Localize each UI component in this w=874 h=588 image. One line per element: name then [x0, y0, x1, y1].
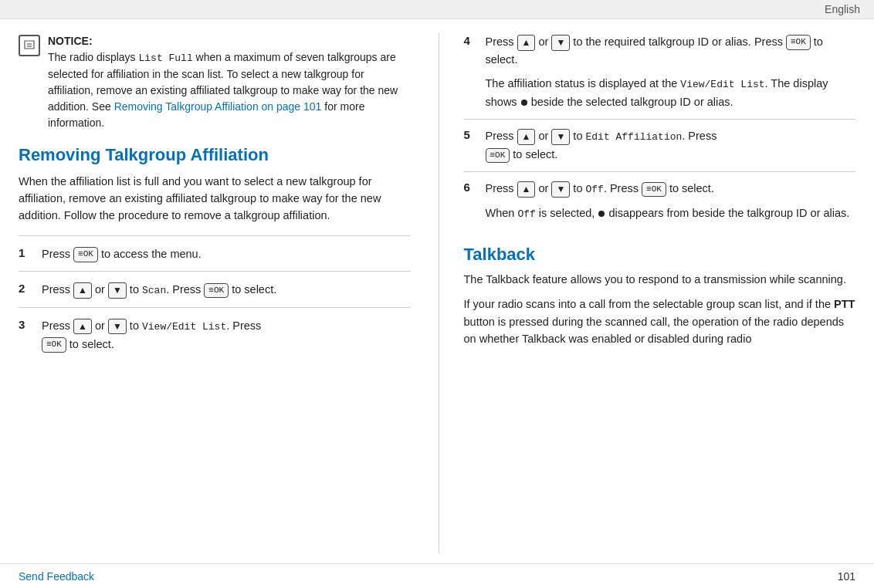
step-6-content: Press ▲ or ▼ to Off. Press ≡OK to select…: [486, 180, 856, 223]
bullet-dot-6: [598, 211, 605, 217]
ok-btn-1: ≡OK: [73, 247, 98, 262]
ok-btn-3: ≡OK: [42, 337, 66, 352]
step-2-content: Press ▲ or ▼ to Scan. Press ≡OK to selec…: [42, 281, 411, 299]
language-label: English: [825, 3, 860, 15]
right-step-5: 5 Press ▲ or ▼ to Edit Affiliation. Pres…: [464, 119, 856, 171]
bullet-dot-4: [521, 100, 527, 106]
right-step-4: 4 Press ▲ or ▼ to the required talkgroup…: [464, 33, 856, 119]
up-btn-6: ▲: [517, 181, 536, 198]
step-num-2: 2: [19, 282, 32, 295]
left-step-1: 1 Press ≡OK to access the menu.: [19, 235, 411, 271]
down-btn-2: ▼: [108, 282, 127, 299]
step-5-content: Press ▲ or ▼ to Edit Affiliation. Press≡…: [486, 127, 856, 164]
left-step-3: 3 Press ▲ or ▼ to View/Edit List. Press≡…: [19, 307, 411, 361]
bottom-bar: Send Feedback 101: [0, 563, 874, 588]
ok-btn-2: ≡OK: [204, 283, 229, 298]
step-num-3: 3: [19, 318, 32, 331]
notice-label: NOTICE:: [48, 35, 93, 47]
down-btn-4: ▼: [551, 35, 570, 51]
step-num-5: 5: [464, 128, 478, 141]
right-step-6: 6 Press ▲ or ▼ to Off. Press ≡OK to sele…: [464, 171, 856, 231]
talkback-body-1: The Talkback feature allows you to respo…: [464, 271, 856, 288]
right-column: 4 Press ▲ or ▼ to the required talkgroup…: [439, 33, 856, 553]
notice-body: The radio displays List Full when a maxi…: [48, 51, 398, 129]
notice-icon: [19, 35, 40, 56]
left-step-2: 2 Press ▲ or ▼ to Scan. Press ≡OK to sel…: [19, 271, 411, 307]
down-btn-5: ▼: [551, 129, 570, 145]
talkback-title: Talkback: [464, 245, 856, 265]
removing-talkgroup-title: Removing Talkgroup Affiliation: [19, 145, 411, 165]
up-btn-2: ▲: [73, 282, 92, 299]
step-1-content: Press ≡OK to access the menu.: [42, 245, 411, 263]
content-area: NOTICE: The radio displays List Full whe…: [0, 19, 874, 561]
up-btn-5: ▲: [517, 129, 536, 145]
ok-btn-5: ≡OK: [486, 148, 510, 163]
step-3-content: Press ▲ or ▼ to View/Edit List. Press≡OK…: [42, 317, 411, 353]
notice-link[interactable]: Removing Talkgroup Affiliation on page 1…: [114, 100, 322, 113]
top-bar: English: [0, 0, 874, 19]
down-btn-3: ▼: [108, 319, 127, 335]
down-btn-6: ▼: [551, 181, 570, 198]
step-4-content: Press ▲ or ▼ to the required talkgroup I…: [486, 33, 856, 111]
up-btn-4: ▲: [517, 35, 536, 51]
removing-talkgroup-body: When the affiliation list is full and yo…: [19, 173, 411, 225]
ok-btn-4: ≡OK: [786, 35, 811, 49]
ok-btn-6: ≡OK: [642, 182, 666, 197]
up-btn-3: ▲: [73, 319, 92, 335]
step-num-1: 1: [19, 246, 32, 259]
left-steps-list: 1 Press ≡OK to access the menu. 2 Press …: [19, 235, 411, 361]
send-feedback-link[interactable]: Send Feedback: [19, 570, 94, 583]
step-num-6: 6: [464, 181, 478, 194]
left-column: NOTICE: The radio displays List Full whe…: [19, 33, 411, 553]
notice-box: NOTICE: The radio displays List Full whe…: [19, 33, 411, 131]
talkback-body-2: If your radio scans into a call from the…: [464, 296, 856, 347]
page-number: 101: [838, 570, 855, 583]
step-num-4: 4: [464, 34, 478, 47]
notice-text: NOTICE: The radio displays List Full whe…: [48, 33, 411, 131]
